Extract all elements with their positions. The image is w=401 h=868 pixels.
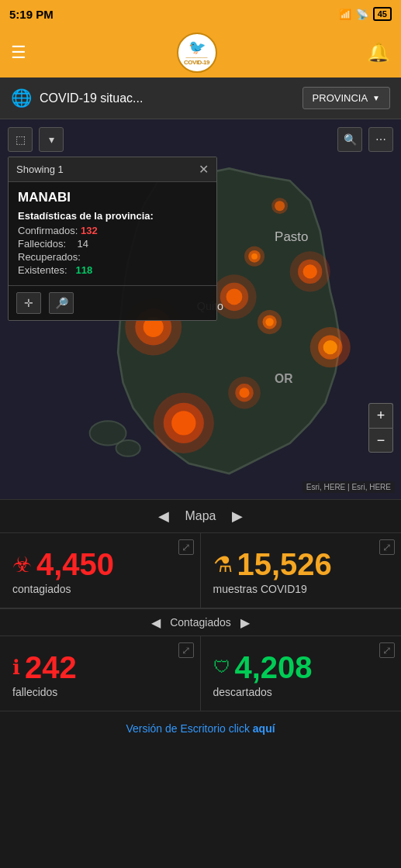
map-container[interactable]: ⬚ ▾ 🔍 ⋯ Pasto Quito — [0, 119, 401, 499]
popup-stat-recuperados: Recuperados: — [18, 251, 207, 263]
zoom-out-button[interactable]: − — [368, 428, 393, 453]
provincia-label: PROVINCIA — [313, 92, 368, 104]
map-nav: ◀ Mapa ▶ — [0, 499, 401, 533]
fallecidos-number-row: ℹ 242 — [12, 652, 188, 683]
svg-point-28 — [251, 253, 258, 260]
wifi-icon: 📡 — [356, 9, 368, 20]
svg-point-30 — [275, 201, 285, 211]
descartados-number: 4,208 — [235, 652, 313, 683]
map-toolbar-left: ⬚ ▾ — [8, 127, 64, 152]
popup-close-button[interactable]: ✕ — [199, 162, 209, 177]
stat-card-muestras: ⤢ ⚗ 15,526 muestras COVID19 — [201, 533, 402, 608]
svg-text:OR: OR — [275, 372, 292, 385]
svg-point-13 — [303, 264, 317, 278]
popup-footer: ✛ 🔎 — [9, 285, 216, 320]
provincia-dropdown[interactable]: PROVINCIA ▼ — [302, 87, 390, 109]
muestras-number: 15,526 — [237, 549, 332, 580]
popup-region-name: MANABI — [18, 190, 207, 205]
subnav-prev-button[interactable]: ◀ — [151, 615, 161, 630]
map-attribution: Esri, HERE | Esri, HERE — [302, 481, 395, 493]
dropdown-tool-button[interactable]: ▾ — [39, 127, 64, 152]
popup-stat-confirmados: Confirmados: 132 — [18, 225, 207, 236]
popup-stat-existentes: Existentes: 118 — [18, 264, 207, 276]
popup-stats-title: Estadísticas de la provincia: — [18, 210, 207, 222]
svg-point-2 — [116, 440, 140, 456]
subnav-next-button[interactable]: ▶ — [240, 615, 250, 630]
map-header: 🌐 COVID-19 situac... PROVINCIA ▼ — [0, 78, 401, 119]
fallecidos-label: fallecidos — [12, 686, 188, 698]
map-search-button[interactable]: 🔍 — [337, 127, 362, 152]
svg-point-16 — [323, 340, 337, 354]
map-title: COVID-19 situac... — [40, 91, 295, 105]
desktop-link[interactable]: aquí — [253, 722, 275, 735]
bell-icon[interactable]: 🔔 — [367, 42, 390, 64]
status-bar: 5:19 PM 📶 📡 45 — [0, 0, 401, 28]
svg-text:Pasto: Pasto — [275, 229, 308, 244]
chevron-down-icon: ▼ — [372, 94, 380, 102]
contagiados-label: contagiados — [12, 583, 188, 595]
map-nav-label: Mapa — [185, 509, 216, 523]
zoom-in-button[interactable]: + — [368, 403, 393, 428]
expand-contagiados-button[interactable]: ⤢ — [178, 539, 194, 555]
stat-card-descartados: ⤢ 🛡 4,208 descartados — [201, 636, 402, 711]
shield-check-icon: 🛡 — [213, 657, 230, 677]
expand-descartados-button[interactable]: ⤢ — [379, 642, 395, 658]
map-next-button[interactable]: ▶ — [232, 508, 243, 525]
popup-header: Showing 1 ✕ — [9, 157, 216, 182]
status-icons: 📶 📡 45 — [339, 7, 392, 21]
popup-body: MANABI Estadísticas de la provincia: Con… — [9, 182, 216, 285]
expand-muestras-button[interactable]: ⤢ — [379, 539, 395, 555]
popup-move-button[interactable]: ✛ — [16, 292, 41, 314]
stats-grid-row2: ⤢ ℹ 242 fallecidos ⤢ 🛡 4,208 descartados — [0, 636, 401, 711]
svg-point-22 — [171, 411, 195, 435]
globe-icon: 🌐 — [11, 88, 32, 108]
stat-card-contagiados: ⤢ ☣ 4,450 contagiados — [0, 533, 201, 608]
stat-card-fallecidos: ⤢ ℹ 242 fallecidos — [0, 636, 201, 711]
biohazard-icon: ☣ — [12, 552, 32, 577]
expand-fallecidos-button[interactable]: ⤢ — [178, 642, 194, 658]
app-logo: 🐦 ———— COVID-19 — [177, 33, 217, 73]
svg-point-19 — [240, 388, 250, 398]
battery-icon: 45 — [373, 7, 392, 21]
flask-icon: ⚗ — [213, 552, 233, 577]
contagiados-number-row: ☣ 4,450 — [12, 549, 188, 580]
popup-zoom-button[interactable]: 🔎 — [49, 292, 74, 314]
app-header: ☰ 🐦 ———— COVID-19 🔔 — [0, 28, 401, 78]
logo-text: COVID-19 — [184, 60, 209, 66]
descartados-label: descartados — [213, 686, 389, 698]
status-time: 5:19 PM — [9, 8, 54, 21]
map-more-button[interactable]: ⋯ — [368, 127, 393, 152]
info-icon: ℹ — [12, 656, 20, 680]
map-prev-button[interactable]: ◀ — [158, 508, 169, 525]
bottom-text: Versión de Escritorio click aquí — [0, 711, 401, 746]
selection-tool-button[interactable]: ⬚ — [8, 127, 33, 152]
muestras-label: muestras COVID19 — [213, 583, 389, 595]
contagiados-number: 4,450 — [36, 549, 114, 580]
svg-point-25 — [265, 318, 273, 326]
map-toolbar-right: 🔍 ⋯ — [337, 127, 393, 152]
map-popup: Showing 1 ✕ MANABI Estadísticas de la pr… — [8, 157, 217, 321]
popup-stat-fallecidos: Fallecidos: 14 — [18, 238, 207, 250]
signal-icon: 📶 — [339, 9, 351, 20]
descartados-number-row: 🛡 4,208 — [213, 652, 389, 683]
stats-grid: ⤢ ☣ 4,450 contagiados ⤢ ⚗ 15,526 muestra… — [0, 533, 401, 608]
bottom-prefix: Versión de Escritorio click — [126, 722, 252, 735]
popup-showing-text: Showing 1 — [16, 164, 64, 175]
logo-bird-icon: 🐦 — [184, 40, 209, 54]
svg-point-8 — [226, 289, 243, 305]
muestras-number-row: ⚗ 15,526 — [213, 549, 389, 580]
zoom-controls: + − — [368, 403, 393, 453]
subnav-label: Contagiados — [170, 616, 231, 629]
sub-nav-contagiados: ◀ Contagiados ▶ — [0, 608, 401, 636]
fallecidos-number: 242 — [25, 652, 77, 683]
logo-container: 🐦 ———— COVID-19 — [177, 33, 217, 73]
hamburger-icon[interactable]: ☰ — [11, 43, 26, 63]
